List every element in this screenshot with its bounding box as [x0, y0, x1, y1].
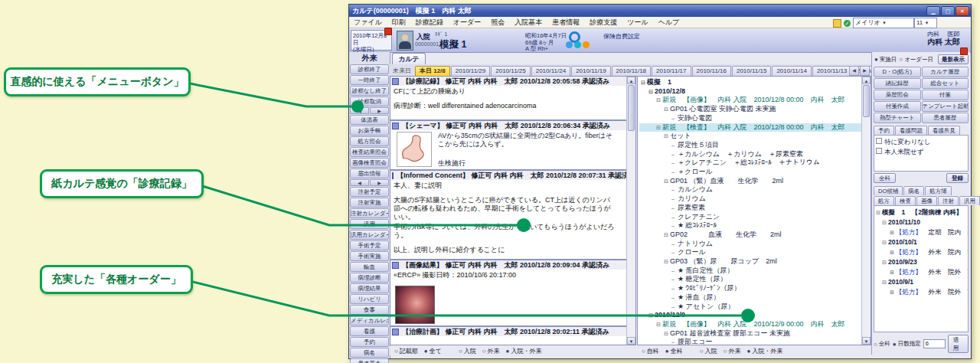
do-tab[interactable]: 病名 — [903, 186, 924, 195]
do-history-row[interactable]: ⊞【処方】 定期 院内 未実施 — [876, 227, 966, 237]
date-tab[interactable]: 2010/11/24 — [531, 66, 570, 76]
menu-item[interactable]: 印刷 — [392, 18, 406, 28]
checkbox-icon[interactable] — [876, 148, 882, 154]
date-tab-next-icon[interactable]: ▶ — [860, 66, 870, 76]
sidebar-button[interactable]: 手術実施 — [350, 251, 389, 261]
tree-expand-icon[interactable]: ⊟ — [664, 105, 670, 114]
badge-blue-icon[interactable] — [566, 41, 573, 48]
scroll-up-icon[interactable]: ▲ — [627, 77, 635, 84]
view-mode-radio[interactable]: ○オーダー日 — [899, 56, 933, 64]
tree-expand-icon[interactable]: ⊞ — [890, 268, 896, 277]
sidebar-button[interactable]: 病名 — [350, 348, 389, 358]
sidebar-button[interactable]: 注射実施 — [350, 198, 389, 208]
menu-item[interactable]: ヘルプ — [658, 18, 680, 28]
record-entry[interactable]: 【画像結果】 修正可 内科 内科 太郎 2010/12/8 20:09:04 承… — [390, 259, 627, 324]
record-entry-header[interactable]: 【治療計画】 修正可 内科 内科 太郎 2010/12/8 20:02:11 承… — [390, 325, 627, 336]
memo-tab[interactable]: 看護問題 — [895, 126, 927, 135]
sidebar-button[interactable]: 手術予定 — [350, 240, 389, 250]
tree-expand-icon[interactable]: ⊟ — [664, 329, 670, 338]
menu-item[interactable]: オーダー — [453, 18, 481, 28]
tree-expand-icon[interactable]: ⊟ — [641, 78, 647, 87]
scroll-right-icon[interactable]: ▶ — [370, 179, 389, 186]
order-type-tab[interactable]: 検査 — [895, 196, 916, 205]
record-filter-radio[interactable]: ●入院・外来 — [506, 347, 542, 355]
notebook-icon[interactable] — [960, 47, 968, 55]
orders-scrollbar[interactable]: ▲ ▼ — [861, 77, 871, 345]
order-tree-row[interactable]: –腹部エコー — [639, 338, 862, 345]
tree-expand-icon[interactable]: ⊟ — [876, 208, 882, 217]
do-history-row[interactable]: ⊟2010/9/23 — [876, 257, 966, 267]
menu-item[interactable]: ツール — [627, 18, 648, 28]
sidebar-button[interactable]: 一時終了 — [350, 75, 389, 85]
date-tab[interactable]: 2010/11/15 — [732, 66, 771, 76]
order-tree-row[interactable]: ⊟新規 【画像】 内科 入院 2010/12/8 00:00 内科 太郎 — [639, 96, 862, 105]
tree-expand-icon[interactable]: ⊟ — [648, 311, 655, 320]
tree-expand-icon[interactable]: ⊟ — [664, 177, 670, 186]
font-size-select[interactable]: 11 ▼ — [914, 18, 937, 28]
memo-tab[interactable]: 看護所見 — [928, 126, 960, 135]
record-entry-body[interactable]: CFにて上記の腫瘍あり病理診断：well differentained aden… — [390, 86, 627, 119]
tree-expand-icon[interactable]: ⊞ — [890, 228, 896, 237]
order-filter-radio[interactable]: ●入院・外来 — [746, 347, 782, 355]
record-entry-header[interactable]: 【シェーマ】 修正可 内科 内科 太郎 2010/12/8 20:06:34 承… — [390, 119, 627, 130]
quick-button[interactable]: 熱型チャート — [874, 113, 921, 123]
scroll-thumb[interactable] — [863, 85, 870, 117]
sidebar-button[interactable]: 看護 — [350, 326, 389, 336]
order-tree-row[interactable]: ⊟新規 【検査】 内科 入院 2010/12/8 00:00 内科 太郎 — [639, 123, 862, 132]
menu-item[interactable]: 入院基本 — [514, 18, 542, 28]
date-tab[interactable]: 2010/11/13 — [812, 66, 851, 76]
date-tab[interactable]: 2010/11/19 — [571, 66, 610, 76]
menu-item[interactable]: 診療支援 — [590, 18, 617, 28]
order-tree-row[interactable]: –★ ｳﾛﾋﾞﾘﾉｰｹﾞﾝ（尿） — [639, 284, 862, 293]
order-tree-row[interactable]: ⊟GP02 血液 生化学 2ml — [639, 231, 862, 240]
endoscopy-image[interactable] — [395, 286, 435, 324]
menu-item[interactable]: ファイル — [354, 18, 382, 28]
record-scrollbar[interactable]: ▲ ▼ — [626, 77, 635, 345]
order-tree-row[interactable]: ⊟セット — [639, 132, 862, 141]
scroll-down-icon[interactable]: ▼ — [862, 337, 871, 345]
order-tree-row[interactable]: –★ 潜血（尿） — [639, 293, 862, 302]
order-type-tab[interactable]: 汎用 — [959, 196, 980, 205]
do-tab[interactable]: DO候補 — [874, 186, 903, 195]
days-radio[interactable]: ●日数指定 — [893, 340, 921, 348]
order-tree-row[interactable]: ⊟2010/12/9 — [639, 311, 862, 320]
order-tree-row[interactable]: –尿素窒素 — [639, 204, 862, 213]
order-tree-row[interactable]: –＋クレアチニン ＋総ｺﾚｽﾃﾛｰﾙ ＋ナトリウム — [639, 159, 862, 168]
order-tree-row[interactable]: ⊟GP01 心電図室 安静心電図 未実施 — [639, 105, 862, 114]
do-history-row[interactable]: ⊟2010/10/1 — [876, 237, 966, 247]
order-tree-row[interactable]: ⊟模擬 1 — [639, 78, 862, 87]
menu-item[interactable]: 照会 — [491, 18, 505, 28]
order-tree-row[interactable]: –クロール — [639, 248, 862, 257]
order-tree-row[interactable]: –＋クロール — [639, 168, 862, 177]
sidebar-button[interactable]: 食事 — [350, 305, 389, 315]
order-tree-row[interactable]: –★ 蛋白定性（尿） — [639, 267, 862, 276]
order-type-tab[interactable]: 画像 — [916, 196, 937, 205]
record-filter-radio[interactable]: ○外来 — [482, 347, 500, 355]
days-input[interactable]: 6 — [923, 339, 946, 348]
order-tree-row[interactable]: –尿定性５項目 — [639, 141, 862, 150]
notebook-icon[interactable] — [384, 28, 392, 35]
order-tree-row[interactable]: –★ 総ｺﾚｽﾃﾛｰﾙ — [639, 221, 862, 231]
sidebar-button[interactable]: リハビリ — [350, 294, 389, 304]
order-tree-row[interactable]: –★ アセトン（尿） — [639, 302, 862, 312]
quick-button[interactable]: 薬歴照会 — [874, 90, 921, 100]
maximize-button[interactable]: ▢ — [941, 6, 955, 16]
insurance-settings-link[interactable]: 保険自費設定 — [603, 32, 640, 41]
quick-button[interactable]: D・O(処方) — [874, 67, 921, 77]
sidebar-button[interactable]: 予約 — [350, 337, 389, 347]
order-filter-radio[interactable]: ○入院 — [700, 347, 717, 355]
sidebar-button[interactable]: 画像検査照会 — [350, 158, 389, 168]
date-tab[interactable]: 2010/11/29 — [451, 66, 490, 76]
menu-item[interactable]: 診療記録 — [416, 18, 443, 28]
all-depts-radio[interactable]: ○全科 — [874, 340, 890, 348]
order-tree-row[interactable]: ⊟GP01 超音波検査室 腹部エコー 未実施 — [639, 329, 862, 338]
tree-expand-icon[interactable]: ⊟ — [656, 96, 662, 105]
quick-button[interactable]: テンプレート起動 — [922, 101, 969, 112]
order-filter-radio[interactable]: ○自科 — [642, 347, 659, 355]
sidebar-button[interactable]: メディカルレポート — [350, 316, 389, 325]
scroll-right-icon[interactable]: ▶ — [370, 107, 389, 114]
date-tab[interactable]: 本日 12/8 — [415, 66, 450, 76]
do-history-row[interactable]: ⊟模擬 1 【2階病棟 内科】 — [876, 208, 966, 217]
sidebar-button[interactable]: 患者基本 — [350, 358, 389, 363]
close-button[interactable]: ✕ — [956, 6, 969, 16]
